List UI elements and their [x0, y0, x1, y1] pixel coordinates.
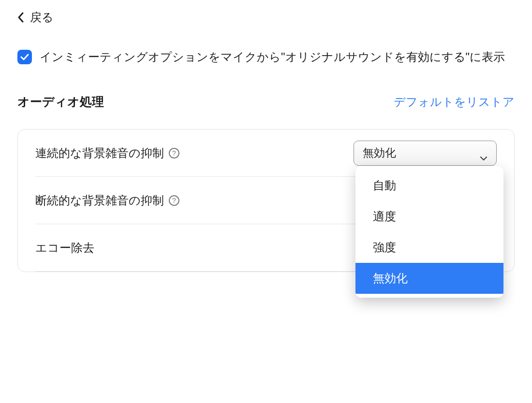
setting-label: 断続的な背景雑音の抑制 ?	[35, 193, 179, 208]
back-label: 戻る	[30, 10, 54, 25]
audio-processing-header: オーディオ処理 デフォルトをリストア	[17, 94, 515, 110]
audio-processing-panel: 連続的な背景雑音の抑制 ? 無効化 断続的な背景雑音の抑制 ? エコー除去 自動…	[17, 129, 515, 272]
echo-cancellation-label: エコー除去	[35, 240, 94, 256]
section-title: オーディオ処理	[17, 94, 104, 110]
dropdown-option-moderate[interactable]: 適度	[355, 201, 503, 232]
chevron-left-icon	[17, 12, 24, 23]
check-icon	[20, 54, 29, 60]
help-icon[interactable]: ?	[169, 195, 179, 206]
setting-label: エコー除去	[35, 240, 94, 256]
restore-defaults-link[interactable]: デフォルトをリストア	[394, 94, 515, 110]
dropdown-option-aggressive[interactable]: 強度	[355, 232, 503, 263]
select-value: 無効化	[363, 145, 396, 160]
continuous-noise-select[interactable]: 無効化	[354, 141, 497, 166]
dropdown-option-disable[interactable]: 無効化	[355, 263, 503, 294]
continuous-noise-label: 連続的な背景雑音の抑制	[35, 145, 164, 161]
original-sound-checkbox[interactable]	[17, 50, 32, 64]
chevron-down-icon	[480, 151, 488, 156]
original-sound-label: インミィーティングオプションをマイクから"オリジナルサウンドを有効にする"に表示	[40, 49, 505, 65]
dropdown-option-auto[interactable]: 自動	[355, 170, 503, 201]
original-sound-option-row: インミィーティングオプションをマイクから"オリジナルサウンドを有効にする"に表示	[17, 49, 515, 65]
setting-label: 連続的な背景雑音の抑制 ?	[35, 145, 179, 161]
noise-suppression-dropdown: 自動 適度 強度 無効化	[355, 166, 503, 298]
help-icon[interactable]: ?	[169, 148, 179, 158]
back-button[interactable]: 戻る	[17, 10, 515, 25]
intermittent-noise-label: 断続的な背景雑音の抑制	[35, 193, 164, 208]
